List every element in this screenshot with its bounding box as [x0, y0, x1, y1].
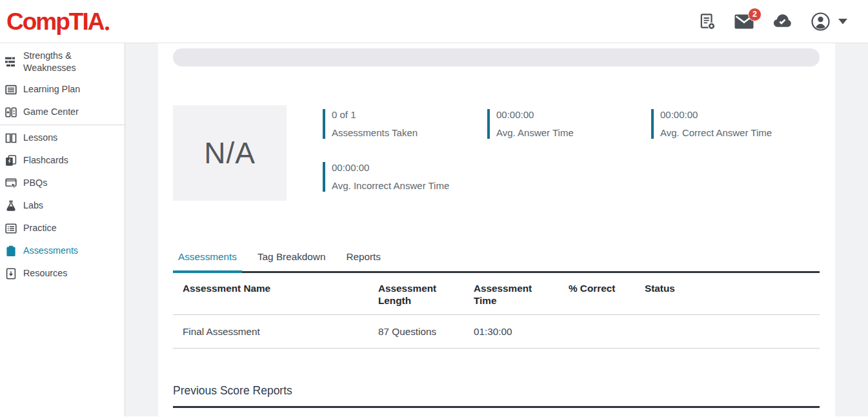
stat-value: 00:00:00	[332, 162, 487, 174]
lessons-icon	[5, 132, 17, 144]
table-header-row: Assessment Name Assessment Length Assess…	[173, 273, 820, 315]
sidebar-item-resources[interactable]: Resources	[0, 262, 125, 285]
score-na-box: N/A	[173, 105, 287, 201]
sidebar-item-label: PBQs	[23, 177, 47, 189]
stat-label: Avg. Correct Answer Time	[660, 127, 815, 139]
sidebar-item-pbqs[interactable]: PBQs	[0, 172, 125, 194]
stat-avg-incorrect-answer-time: 00:00:00 Avg. Incorrect Answer Time	[323, 162, 487, 192]
stat-value: 0 of 1	[332, 109, 487, 121]
pbqs-icon	[5, 178, 17, 189]
stat-label: Avg. Answer Time	[496, 127, 651, 139]
stat-label: Avg. Incorrect Answer Time	[332, 180, 487, 192]
sidebar-item-label: Lessons	[23, 132, 57, 144]
cell-assessment-time: 01:30:00	[464, 315, 559, 349]
col-percent-correct: % Correct	[559, 273, 635, 315]
top-header: CompTIA 2	[0, 0, 868, 43]
cell-assessment-name[interactable]: Final Assessment	[173, 315, 368, 349]
account-icon	[811, 12, 830, 31]
score-report-icon[interactable]	[700, 13, 716, 30]
cell-percent-correct	[559, 315, 635, 349]
page-body: Strengths & Weaknesses Learning Plan G	[0, 43, 868, 416]
sidebar-item-labs[interactable]: Labs	[0, 194, 125, 217]
previous-reports-divider	[173, 406, 820, 408]
messages-icon[interactable]: 2	[734, 14, 754, 29]
tab-reports[interactable]: Reports	[341, 251, 386, 271]
sidebar-item-strengths-weaknesses[interactable]: Strengths & Weaknesses	[0, 46, 125, 78]
left-gutter	[125, 43, 158, 416]
table-row[interactable]: Final Assessment 87 Questions 01:30:00	[173, 315, 820, 349]
stats-grid: 0 of 1 Assessments Taken 00:00:00 Avg. A…	[323, 105, 820, 201]
tab-tag-breakdown[interactable]: Tag Breakdown	[252, 251, 330, 271]
cell-status	[635, 315, 820, 349]
practice-icon	[5, 223, 17, 234]
sidebar-item-label: Labs	[23, 199, 43, 212]
cloud-sync-icon[interactable]	[772, 14, 792, 28]
stat-value: 00:00:00	[660, 109, 815, 121]
sidebar-item-game-center[interactable]: Game Center	[0, 101, 125, 123]
sidebar-item-label: Learning Plan	[23, 83, 80, 96]
cell-assessment-length: 87 Questions	[368, 315, 464, 349]
sidebar-item-flashcards[interactable]: Flashcards	[0, 149, 125, 172]
mail-badge: 2	[748, 8, 762, 21]
sidebar-item-practice[interactable]: Practice	[0, 217, 125, 239]
assessments-icon	[5, 245, 17, 257]
sidebar-divider	[0, 125, 125, 125]
sidebar: Strengths & Weaknesses Learning Plan G	[0, 43, 125, 416]
stat-assessments-taken: 0 of 1 Assessments Taken	[323, 109, 487, 139]
sidebar-item-lessons[interactable]: Lessons	[0, 127, 125, 149]
account-menu[interactable]	[811, 12, 847, 31]
header-icons: 2	[700, 12, 847, 31]
stat-avg-answer-time: 00:00:00 Avg. Answer Time	[487, 109, 651, 139]
strengths-weaknesses-icon	[5, 56, 17, 68]
assessment-summary: N/A 0 of 1 Assessments Taken 00:00:00 Av…	[173, 105, 820, 201]
sidebar-item-label: Strengths & Weaknesses	[23, 50, 121, 74]
col-assessment-name: Assessment Name	[173, 273, 368, 315]
tab-bar: Assessments Tag Breakdown Reports	[173, 251, 820, 273]
sidebar-item-label: Game Center	[23, 106, 79, 118]
previous-score-reports-title: Previous Score Reports	[173, 384, 820, 398]
stat-label: Assessments Taken	[332, 127, 487, 139]
stat-avg-correct-answer-time: 00:00:00 Avg. Correct Answer Time	[651, 109, 815, 139]
flashcards-icon	[5, 155, 17, 167]
caret-down-icon	[838, 19, 847, 25]
sidebar-item-assessments[interactable]: Assessments	[0, 239, 125, 262]
col-status: Status	[635, 273, 820, 315]
stat-value: 00:00:00	[496, 109, 651, 121]
labs-icon	[5, 200, 17, 212]
resources-icon	[5, 268, 17, 280]
col-assessment-length: Assessment Length	[368, 273, 464, 315]
sidebar-item-label: Assessments	[23, 245, 78, 257]
sidebar-item-label: Practice	[23, 222, 57, 234]
sidebar-item-label: Resources	[23, 267, 67, 280]
comptia-logo[interactable]: CompTIA	[6, 10, 109, 34]
main-content: N/A 0 of 1 Assessments Taken 00:00:00 Av…	[158, 43, 835, 416]
tab-assessments[interactable]: Assessments	[173, 251, 242, 271]
logo-trademark-dot	[105, 26, 109, 30]
sidebar-item-learning-plan[interactable]: Learning Plan	[0, 78, 125, 101]
sidebar-item-label: Flashcards	[23, 154, 68, 167]
game-center-icon	[5, 107, 17, 118]
learning-plan-icon	[5, 84, 17, 96]
assessments-table: Assessment Name Assessment Length Assess…	[173, 273, 820, 349]
logo-text: CompTIA	[6, 10, 103, 34]
col-assessment-time: Assessment Time	[464, 273, 559, 315]
progress-bar	[173, 48, 820, 66]
